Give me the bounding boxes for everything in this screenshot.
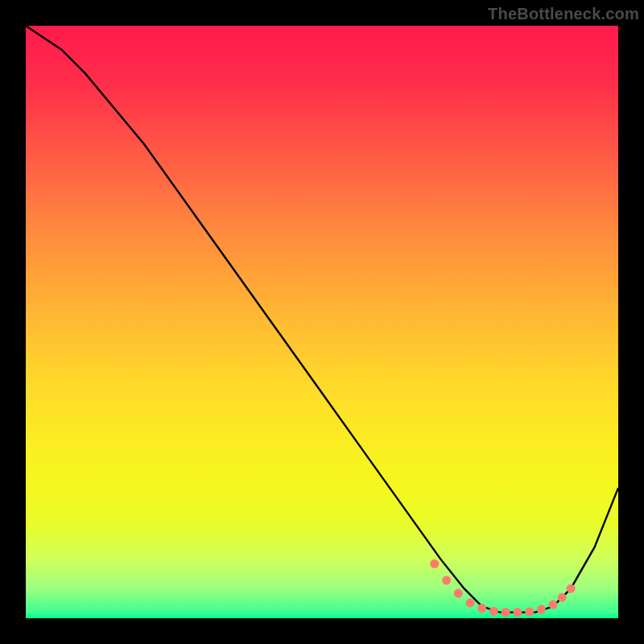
marker-dot	[549, 601, 558, 609]
marker-dot	[513, 608, 522, 617]
marker-dot	[477, 604, 486, 613]
marker-dot	[430, 559, 439, 568]
marker-dot	[454, 589, 463, 598]
marker-dot	[442, 576, 451, 584]
marker-dot	[537, 605, 546, 614]
marker-dot	[567, 584, 576, 593]
curve-layer	[26, 26, 618, 618]
marker-dot	[489, 607, 498, 616]
marker-dot	[502, 608, 510, 617]
marker-dot	[466, 598, 475, 607]
marker-dot	[525, 607, 534, 616]
watermark-text: TheBottleneck.com	[488, 5, 639, 23]
chart-container: TheBottleneck.com	[0, 0, 644, 644]
plot-area	[26, 26, 618, 618]
bottleneck-curve	[26, 26, 618, 613]
marker-dots	[430, 559, 575, 617]
marker-dot	[558, 593, 567, 602]
